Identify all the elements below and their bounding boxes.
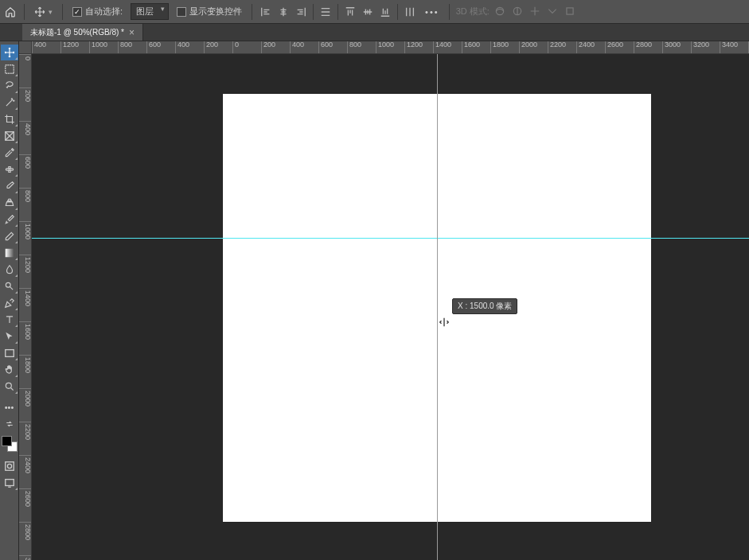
3d-icons-group (494, 6, 577, 18)
gradient-tool[interactable] (1, 245, 18, 261)
screen-mode-icon[interactable] (1, 475, 18, 491)
document-tab[interactable]: 未标题-1 @ 50%(RGB/8) * × (22, 24, 143, 41)
svg-point-11 (7, 464, 11, 468)
rectangle-tool[interactable] (1, 345, 18, 361)
align-center-h-icon[interactable] (276, 5, 291, 19)
align-right-icon[interactable] (294, 5, 308, 19)
home-icon[interactable] (3, 5, 18, 19)
ruler-tick: 2400 (19, 455, 32, 473)
ruler-tick: 1200 (19, 255, 32, 273)
ruler-tick: 800 (118, 41, 132, 54)
3d-scale-icon[interactable] (564, 6, 577, 18)
svg-point-9 (6, 383, 11, 388)
auto-select-target-dropdown[interactable]: 图层 (131, 3, 169, 20)
magic-wand-tool[interactable] (1, 95, 18, 111)
ruler-tick: 3200 (691, 41, 709, 54)
more-options-icon[interactable]: ••• (422, 7, 443, 17)
checkbox-icon (177, 7, 186, 17)
ruler-tick: 0 (19, 54, 32, 60)
ruler-tick: 1000 (19, 221, 32, 239)
ruler-tick: 2000 (19, 388, 32, 406)
3d-roll-icon[interactable] (512, 6, 525, 18)
type-tool[interactable] (1, 312, 18, 328)
show-transform-controls-checkbox[interactable]: 显示变换控件 (174, 4, 245, 19)
ruler-tick: 600 (146, 41, 161, 54)
divider (397, 4, 398, 20)
ruler-tick: 1200 (404, 41, 423, 54)
ruler-tick: 600 (19, 154, 32, 169)
eyedropper-tool[interactable] (1, 145, 18, 161)
foreground-background-colors[interactable] (2, 436, 18, 452)
vertical-guide-dragging[interactable] (437, 54, 438, 560)
checkbox-icon (72, 7, 82, 17)
history-brush-tool[interactable] (1, 212, 18, 228)
close-tab-icon[interactable]: × (129, 27, 135, 38)
ruler-tick: 0 (232, 41, 239, 54)
hand-tool[interactable] (1, 362, 18, 378)
quick-mask-icon[interactable] (1, 458, 18, 474)
foreground-color[interactable] (2, 436, 12, 446)
divider (449, 4, 450, 20)
healing-brush-tool[interactable] (1, 161, 18, 177)
move-tool[interactable] (1, 45, 18, 60)
crop-tool[interactable] (1, 111, 18, 127)
ruler-tick: 400 (32, 41, 46, 54)
canvas-area[interactable]: X : 1500.0 像素 (32, 54, 749, 560)
svg-rect-2 (567, 7, 573, 14)
toolbox: ••• (0, 41, 19, 560)
pen-tool[interactable] (1, 295, 18, 311)
ruler-tick: 400 (175, 41, 189, 54)
ruler-tick: 2400 (576, 41, 595, 54)
align-bottom-icon[interactable] (378, 5, 392, 19)
dodge-tool[interactable] (1, 278, 18, 294)
clone-stamp-tool[interactable] (1, 195, 18, 211)
ruler-tick: 600 (318, 41, 333, 54)
brush-tool[interactable] (1, 178, 18, 194)
align-left-icon[interactable] (259, 5, 273, 19)
mode-3d-label: 3D 模式: (456, 6, 490, 18)
svg-rect-8 (5, 350, 14, 357)
ruler-corner[interactable] (19, 41, 32, 54)
eraser-tool[interactable] (1, 228, 18, 244)
svg-point-7 (6, 282, 10, 287)
3d-drag-icon[interactable] (529, 6, 542, 18)
move-tool-icon[interactable]: ▾ (31, 5, 56, 19)
path-selection-tool[interactable] (1, 329, 18, 344)
auto-select-label: 自动选择: (85, 6, 123, 18)
3d-rotate-icon[interactable] (494, 6, 507, 18)
ruler-tick: 800 (347, 41, 361, 54)
ruler-tick: 1000 (89, 41, 107, 54)
align-middle-v-icon[interactable] (361, 5, 375, 19)
align-top-icon[interactable] (343, 5, 357, 19)
ruler-tick: 1000 (376, 41, 394, 54)
ruler-tick: 2800 (19, 522, 32, 540)
divider (252, 4, 252, 20)
ruler-tick: 200 (204, 41, 218, 54)
marquee-tool[interactable] (1, 61, 18, 77)
3d-slide-icon[interactable] (547, 6, 560, 18)
edit-toolbar-icon[interactable]: ••• (1, 399, 18, 415)
options-bar: ▾ 自动选择: 图层 显示变换控件 ••• 3D 模式: (0, 0, 749, 24)
horizontal-guide[interactable] (32, 238, 749, 239)
svg-rect-10 (5, 462, 14, 471)
distribute-h-icon[interactable] (318, 5, 333, 19)
ruler-tick: 3000 (19, 555, 32, 560)
svg-rect-12 (5, 480, 14, 486)
svg-rect-3 (5, 65, 14, 74)
horizontal-ruler[interactable]: 4001200100080060040020002004006008001000… (32, 41, 749, 54)
lasso-tool[interactable] (1, 78, 18, 94)
ruler-tick: 200 (19, 88, 32, 102)
document-tab-title: 未标题-1 @ 50%(RGB/8) * (30, 27, 124, 38)
vertical-ruler[interactable]: 0200400600800100012001400160018002000220… (19, 41, 32, 560)
auto-select-checkbox[interactable]: 自动选择: (69, 4, 126, 19)
zoom-tool[interactable] (1, 379, 18, 395)
blur-tool[interactable] (1, 262, 18, 278)
swap-colors-icon[interactable] (1, 416, 18, 432)
ruler-tick: 1200 (60, 41, 79, 54)
ruler-tick: 1800 (19, 355, 32, 373)
frame-tool[interactable] (1, 128, 18, 144)
ruler-tick: 400 (290, 41, 304, 54)
ruler-tick: 1400 (19, 288, 32, 306)
ruler-tick: 800 (19, 188, 32, 202)
distribute-v-icon[interactable] (403, 5, 417, 19)
